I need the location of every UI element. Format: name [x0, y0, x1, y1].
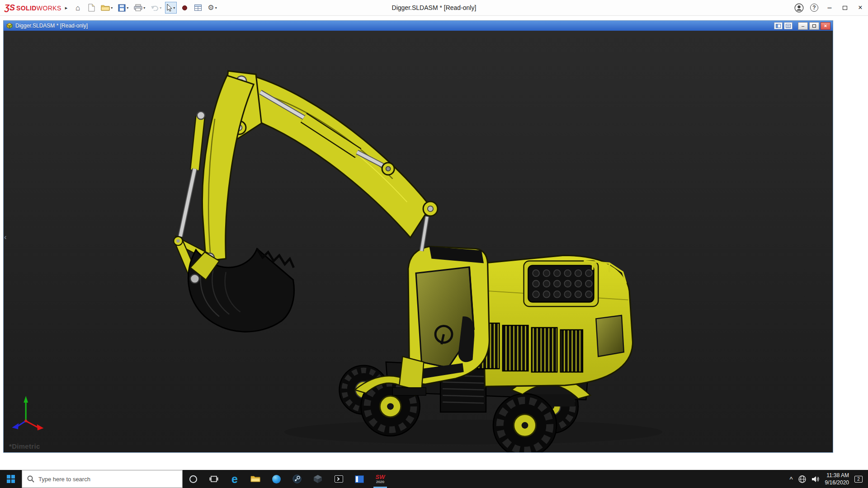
- clock-time: 11:38 AM: [825, 472, 849, 479]
- home-button[interactable]: ⌂: [72, 2, 84, 14]
- undo-button[interactable]: ▾: [149, 2, 163, 14]
- pane-toggle-button-1[interactable]: [774, 22, 783, 29]
- graphics-viewport[interactable]: ‹ *Dimetric: [4, 31, 833, 452]
- cube-app-icon: [313, 474, 322, 483]
- solidworks-icon: SW 2020: [376, 474, 385, 484]
- caret-icon: ▾: [160, 6, 161, 10]
- engine-grid[interactable]: [524, 261, 599, 307]
- select-tool-button[interactable]: ▾: [165, 2, 177, 14]
- help-icon: ?: [810, 4, 818, 12]
- new-document-icon: [88, 4, 95, 12]
- account-button[interactable]: [791, 0, 807, 16]
- clock-date: 9/16/2020: [825, 479, 849, 486]
- close-button[interactable]: ×: [853, 0, 868, 16]
- account-icon: [794, 3, 804, 13]
- boom-foot-joint[interactable]: [421, 202, 438, 251]
- options-button[interactable]: ⚙ ▾: [206, 2, 218, 14]
- terminal-icon: [335, 475, 343, 483]
- edge-icon: e: [231, 474, 238, 485]
- search-icon: [27, 475, 34, 483]
- bucket[interactable]: [189, 249, 294, 332]
- doc-minimize-button[interactable]: –: [798, 22, 808, 30]
- cube-app-button[interactable]: [307, 470, 328, 488]
- ground-shadow: [284, 420, 662, 444]
- new-document-button[interactable]: [85, 2, 97, 14]
- table-icon: [194, 5, 202, 11]
- taskbar-search[interactable]: [22, 470, 183, 488]
- task-view-icon: [209, 475, 218, 483]
- undo-icon: [151, 5, 159, 11]
- save-button[interactable]: ▾: [116, 2, 130, 14]
- menu-flyout-arrow-icon[interactable]: ▸: [65, 5, 68, 11]
- task-pane-button[interactable]: [192, 2, 204, 14]
- doc-restore-button[interactable]: [809, 22, 819, 30]
- save-icon: [118, 4, 126, 12]
- steam-icon: [292, 474, 302, 483]
- start-button[interactable]: [0, 470, 22, 488]
- pane-toggle-button-2[interactable]: [784, 22, 793, 29]
- cortana-icon: [189, 475, 197, 483]
- caret-icon: ▾: [173, 6, 175, 10]
- network-button[interactable]: [798, 475, 806, 483]
- caret-icon: ▾: [127, 6, 128, 10]
- network-icon: [798, 475, 806, 483]
- caret-icon: ▾: [111, 6, 113, 10]
- quick-access-toolbar: ⌂ ▾ ▾: [72, 2, 218, 14]
- file-explorer-button[interactable]: [245, 470, 266, 488]
- solidworks-logo: ƷS SOLID WORKS: [5, 3, 61, 13]
- doc-close-button[interactable]: ×: [821, 22, 830, 30]
- document-window: Digger.SLDASM * [Read-only] – ×: [3, 20, 833, 453]
- windows-logo-icon: [7, 475, 15, 483]
- document-titlebar[interactable]: Digger.SLDASM * [Read-only] – ×: [4, 21, 833, 31]
- brand-name-bold: SOLID: [16, 5, 37, 12]
- excavator-3d-model[interactable]: [4, 31, 833, 452]
- open-button[interactable]: ▾: [99, 2, 114, 14]
- view-orientation-label: *Dimetric: [9, 442, 40, 450]
- steam-button[interactable]: [287, 470, 307, 488]
- macro-record-button[interactable]: [179, 2, 190, 14]
- help-button[interactable]: ?: [807, 0, 822, 16]
- print-icon: [134, 4, 142, 11]
- action-center-button[interactable]: 2: [854, 476, 863, 483]
- cortana-button[interactable]: [183, 470, 203, 488]
- task-view-button[interactable]: [203, 470, 224, 488]
- window-app-button[interactable]: [349, 470, 370, 488]
- print-button[interactable]: ▾: [132, 2, 147, 14]
- edge-button[interactable]: e: [224, 470, 245, 488]
- open-folder-icon: [101, 4, 110, 11]
- gear-icon: ⚙: [208, 4, 214, 11]
- caret-icon: ▾: [215, 6, 217, 10]
- restore-icon: [843, 6, 847, 10]
- caret-icon: ▾: [143, 6, 145, 10]
- volume-button[interactable]: [811, 476, 820, 483]
- split-pane-icon: [776, 24, 781, 28]
- document-title: Digger.SLDASM * [Read-only]: [15, 23, 88, 29]
- home-icon: ⌂: [75, 4, 80, 12]
- stick-arm[interactable]: [202, 75, 254, 261]
- document-window-controls: – ×: [774, 22, 830, 30]
- solidworks-taskbar-button[interactable]: SW 2020: [370, 470, 391, 488]
- notification-badge: 2: [857, 477, 860, 482]
- list-pane-icon: [786, 24, 791, 28]
- stick-cylinder[interactable]: [180, 112, 205, 237]
- brand-mark-icon: ƷS: [5, 3, 15, 13]
- taskbar-clock[interactable]: 11:38 AM 9/16/2020: [825, 472, 849, 486]
- assembly-document-icon: [6, 23, 13, 29]
- action-center-icon: 2: [854, 476, 863, 483]
- taskbar: e SW 2020: [0, 470, 868, 488]
- minimize-button[interactable]: –: [822, 0, 837, 16]
- terminal-button[interactable]: [328, 470, 349, 488]
- maximize-button[interactable]: [837, 0, 853, 16]
- file-explorer-icon: [250, 475, 260, 483]
- search-input[interactable]: [38, 476, 177, 483]
- browser-icon: [272, 475, 281, 483]
- record-icon: [182, 5, 187, 10]
- mdi-area: Digger.SLDASM * [Read-only] – ×: [0, 16, 868, 470]
- browser-button[interactable]: [266, 470, 287, 488]
- select-cursor-icon: [167, 4, 172, 11]
- boom-arm[interactable]: [238, 76, 430, 237]
- panel-collapse-arrow[interactable]: ‹: [4, 233, 7, 241]
- restore-icon: [812, 24, 816, 28]
- tray-overflow-button[interactable]: ^: [790, 475, 793, 483]
- orientation-triad: [12, 396, 43, 430]
